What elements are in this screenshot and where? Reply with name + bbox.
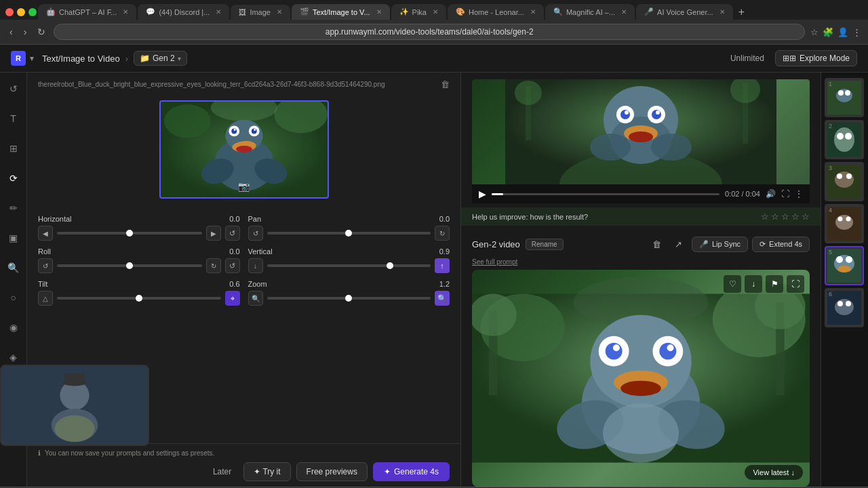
rename-button[interactable]: Rename (526, 239, 564, 250)
tab-textimage[interactable]: 🎬 Text/Image to V... ✕ (292, 4, 390, 20)
pan-left-arrow[interactable]: ↺ (248, 226, 263, 241)
thumbnail-5[interactable]: 5 (825, 246, 864, 285)
free-previews-button[interactable]: Free previews (296, 462, 368, 481)
video-svg (472, 79, 810, 184)
sidebar-icon-frame[interactable]: ▣ (4, 228, 23, 247)
tab-magnific[interactable]: 🔍 Magnific AI –... ✕ (545, 4, 635, 20)
tilt-slider[interactable] (57, 297, 221, 300)
sidebar-icon-layers[interactable]: ◈ (4, 348, 23, 367)
zoom-thumb[interactable] (345, 295, 352, 302)
video-progress-bar[interactable] (492, 193, 719, 195)
window-controls[interactable] (5, 8, 37, 16)
star-2[interactable]: ☆ (771, 211, 779, 222)
star-3[interactable]: ☆ (781, 211, 789, 222)
tab-leonardo[interactable]: 🎨 Home - Leonar... ✕ (448, 4, 544, 20)
tab-chatgpt[interactable]: 🤖 ChatGPT – AI F... ✕ (38, 4, 136, 20)
generate-button[interactable]: ✦ Generate 4s (373, 462, 450, 481)
tilt-thumb[interactable] (136, 295, 142, 302)
sidebar-icon-arrow[interactable]: ⟳ (4, 169, 23, 188)
star-5[interactable]: ☆ (802, 211, 810, 222)
roll-thumb[interactable] (126, 262, 133, 269)
bookmark-icon[interactable]: ☆ (810, 27, 818, 37)
thumbnail-4[interactable]: 4 (825, 204, 864, 243)
back-button[interactable]: ‹ (7, 25, 16, 39)
horizontal-reset-btn[interactable]: ↺ (225, 226, 240, 241)
pan-slider[interactable] (267, 232, 431, 235)
vertical-thumb[interactable] (387, 262, 393, 269)
sidebar-icon-search[interactable]: 🔍 (4, 258, 23, 277)
tilt-target-btn[interactable]: ⌖ (225, 291, 240, 306)
horizontal-left-arrow[interactable]: ◀ (38, 226, 53, 241)
pan-thumb[interactable] (345, 230, 352, 237)
thumbnail-1[interactable]: 1 (825, 78, 864, 117)
roll-cw-btn[interactable]: ↻ (206, 258, 221, 273)
tab-discord[interactable]: 💬 (44) Discord |... ✕ (138, 4, 229, 20)
thumbnail-2[interactable]: 2 (825, 120, 864, 159)
video-more-icon[interactable]: ⋮ (795, 189, 803, 199)
star-1[interactable]: ☆ (761, 211, 769, 222)
maximize-dot[interactable] (28, 8, 37, 16)
zoom-slider[interactable] (267, 297, 431, 300)
zoom-label: Zoom (248, 280, 267, 288)
tab-image[interactable]: 🖼 Image ✕ (231, 5, 290, 20)
tilt-up-btn[interactable]: △ (38, 291, 53, 306)
horizontal-thumb[interactable] (126, 230, 133, 237)
try-it-button[interactable]: ✦ Try it (243, 462, 290, 481)
add-tab-button[interactable]: + (734, 6, 749, 18)
minimize-dot[interactable] (17, 8, 25, 16)
vertical-up-btn[interactable]: ↑ (435, 258, 450, 273)
tab-pika[interactable]: ✨ Pika ✕ (391, 4, 446, 20)
refresh-button[interactable]: ↻ (35, 25, 48, 39)
camera-overlay-icon: 📷 (238, 181, 250, 192)
horizontal-slider[interactable] (57, 232, 202, 235)
sidebar-icon-text[interactable]: T (4, 109, 23, 128)
forward-button[interactable]: › (21, 25, 30, 39)
address-bar[interactable]: app.runwayml.com/video-tools/teams/dale0… (54, 24, 805, 40)
lip-sync-button[interactable]: 🎤 Lip Sync (692, 237, 748, 252)
star-4[interactable]: ☆ (791, 211, 800, 222)
volume-icon[interactable]: 🔊 (766, 189, 776, 199)
vertical-down-btn[interactable]: ↓ (248, 258, 263, 273)
horizontal-right-arrow[interactable]: ▶ (206, 226, 221, 241)
later-button[interactable]: Later (206, 463, 238, 481)
roll-slider[interactable] (57, 264, 202, 267)
fullscreen-icon[interactable]: ⛶ (781, 189, 789, 199)
thumbnail-3[interactable]: 3 (825, 162, 864, 201)
see-full-prompt-link[interactable]: See full prompt (461, 258, 821, 266)
share-video-button[interactable]: ↗ (670, 235, 688, 253)
thumbnail-6[interactable]: 6 (825, 288, 864, 327)
zoom-in-btn[interactable]: 🔍 (435, 291, 450, 306)
svg-point-50 (659, 343, 676, 360)
large-video-like-btn[interactable]: ♡ (724, 275, 741, 293)
header-right: Unlimited ⊞⊞ Explore Mode (730, 50, 857, 66)
roll-ccw-btn[interactable]: ↺ (38, 258, 53, 273)
logo-caret[interactable]: ▾ (30, 54, 34, 63)
pan-reset-btn[interactable]: ↻ (435, 226, 450, 241)
extend-button[interactable]: ⟳ Extend 4s (752, 237, 810, 252)
more-icon[interactable]: ⋮ (852, 27, 861, 37)
svg-point-49 (606, 343, 623, 360)
zoom-out-btn[interactable]: 🔍 (248, 291, 263, 306)
sidebar-icon-circle2[interactable]: ◉ (4, 318, 23, 337)
large-video-download-btn[interactable]: ↓ (745, 275, 762, 293)
sidebar-icon-grid[interactable]: ⊞ (4, 139, 23, 158)
view-latest-button[interactable]: View latest ↓ (745, 465, 803, 480)
play-button[interactable]: ▶ (479, 188, 486, 199)
sidebar-icon-circle[interactable]: ○ (4, 288, 23, 307)
roll-reset-btn[interactable]: ↺ (225, 258, 240, 273)
large-video-flag-btn[interactable]: ⚑ (766, 275, 783, 293)
large-video-expand-btn[interactable]: ⛶ (787, 275, 804, 293)
delete-video-button[interactable]: 🗑 (648, 235, 666, 253)
tab-aivoice[interactable]: 🎤 AI Voice Gener... ✕ (636, 4, 733, 20)
vertical-slider[interactable] (267, 264, 431, 267)
star-rating[interactable]: ☆ ☆ ☆ ☆ ☆ (761, 211, 810, 222)
sidebar-icon-refresh[interactable]: ↺ (4, 79, 23, 98)
delete-file-icon[interactable]: 🗑 (441, 79, 450, 89)
explore-mode-button[interactable]: ⊞⊞ Explore Mode (775, 50, 857, 66)
zoom-control: Zoom 1.2 🔍 🔍 (248, 280, 450, 306)
sidebar-icon-brush[interactable]: ✏ (4, 199, 23, 218)
profile-icon[interactable]: 👤 (837, 27, 848, 37)
close-dot[interactable] (5, 8, 14, 16)
gen2-badge[interactable]: 📁 Gen 2 ▾ (134, 51, 187, 66)
extension-icon[interactable]: 🧩 (823, 27, 833, 37)
